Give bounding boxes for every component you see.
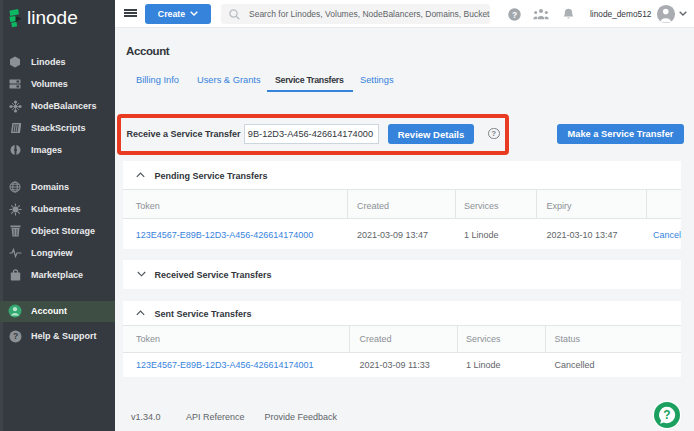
svg-text:?: ? xyxy=(663,408,670,422)
svg-text:?: ? xyxy=(12,331,17,341)
svg-text:?: ? xyxy=(511,9,516,19)
